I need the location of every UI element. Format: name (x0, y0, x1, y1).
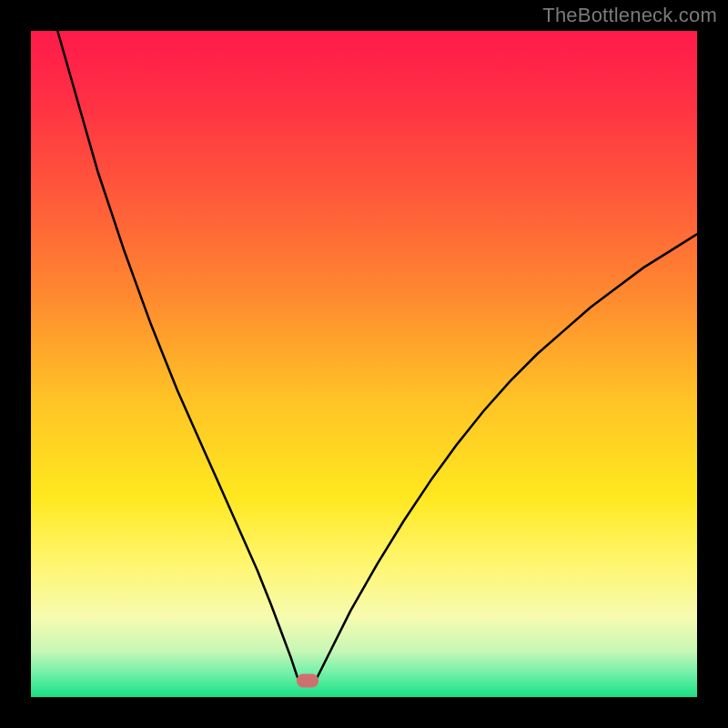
gradient-background (31, 31, 697, 697)
svg-rect-0 (31, 31, 697, 697)
watermark-text: TheBottleneck.com (542, 4, 717, 27)
chart-frame: TheBottleneck.com (0, 0, 728, 728)
plot-area (31, 31, 697, 697)
optimum-marker (297, 673, 318, 687)
